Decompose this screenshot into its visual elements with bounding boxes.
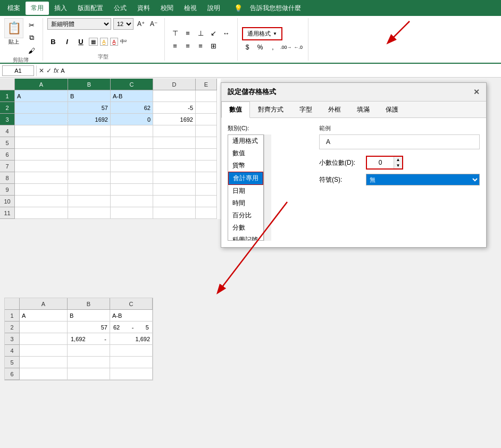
category-number[interactable]: 數值 [228,147,263,159]
italic-button[interactable]: I [61,36,73,47]
bottom-cell-b3[interactable]: 1,692- [68,333,110,345]
tab-fill[interactable]: 填滿 [349,102,378,118]
category-list[interactable]: 通用格式 數值 貨幣 會計專用 日期 時間 百分比 分數 科學記號 文字 特殊 … [228,134,264,241]
cell-b2[interactable]: 57 [68,102,111,114]
category-scrollbar[interactable] [264,134,271,241]
category-accounting[interactable]: 會計專用 [228,172,263,185]
align-bottom-button[interactable]: ⊥ [195,27,206,39]
number-format-box[interactable]: 通用格式 ▼ [242,27,282,40]
align-middle-button[interactable]: ≡ [182,27,194,39]
bottom-cell-a3[interactable] [20,333,68,345]
comma-button[interactable]: , [268,43,278,52]
merge-button[interactable]: ⊞ [207,40,219,52]
formula-input[interactable] [61,65,499,76]
spin-down-button[interactable]: ▼ [394,163,402,168]
cell-a3[interactable] [15,114,68,125]
paste-button[interactable]: 📋 [4,18,23,38]
cut-button[interactable]: ✂ [26,19,37,31]
menu-review[interactable]: 校閱 [155,2,179,15]
cell-e3[interactable] [196,114,217,125]
underline-button[interactable]: U [75,36,87,47]
category-time[interactable]: 時間 [228,197,263,209]
bottom-cell-c2[interactable]: 62-5 [110,322,153,333]
tab-protection[interactable]: 保護 [378,102,406,118]
align-top-button[interactable]: ⊤ [169,27,181,39]
tab-border[interactable]: 外框 [320,102,349,118]
cell-b3[interactable]: 1692 [68,114,111,125]
menu-layout[interactable]: 版面配置 [72,2,108,15]
col-header-c[interactable]: C [111,79,153,90]
tab-font[interactable]: 字型 [291,102,320,118]
dollar-button[interactable]: $ [242,43,253,52]
cell-d2[interactable]: -5 [153,102,196,114]
bottom-cell-a1[interactable]: A [20,310,68,322]
font-size-select[interactable]: 12 [113,18,133,30]
confirm-formula-icon[interactable]: ✓ [46,67,52,74]
indent-button[interactable]: ↔ [220,27,232,39]
cell-d1[interactable] [153,90,196,102]
bottom-col-header-b[interactable]: B [68,298,110,310]
bottom-col-header-c[interactable]: C [110,298,153,310]
decimal-input[interactable] [367,157,394,168]
align-center-button[interactable]: ≡ [182,40,194,52]
dialog-close-button[interactable]: ✕ [473,88,480,96]
tab-alignment[interactable]: 對齊方式 [250,102,291,118]
bottom-cell-c1[interactable]: A-B [110,310,153,322]
number-format-dropdown-icon[interactable]: ▼ [273,31,277,36]
symbol-select[interactable]: 無 [366,174,480,185]
col-header-d[interactable]: D [153,79,196,90]
font-section-label: 字型 [47,52,159,61]
text-direction-button[interactable]: ↙ [207,27,219,39]
menu-formula[interactable]: 公式 [108,2,132,15]
col-header-a[interactable]: A [15,79,68,90]
cell-reference-input[interactable] [2,65,34,76]
menu-file[interactable]: 檔案 [2,2,26,15]
menu-help[interactable]: 說明 [202,2,226,15]
cell-c3[interactable]: 0 [111,114,153,125]
font-name-select[interactable]: 新細明體 [47,18,111,30]
bottom-cell-c3[interactable]: 1,692 [110,333,153,345]
decimal-decrease-button[interactable]: ←.0 [294,45,303,50]
menu-tell[interactable]: 告訴我您想做什麼 [245,2,306,15]
align-right-button[interactable]: ≡ [195,40,206,52]
tab-number[interactable]: 數值 [221,102,250,118]
cancel-formula-icon[interactable]: ✕ [39,67,44,74]
spin-up-button[interactable]: ▲ [394,157,402,163]
cell-c1[interactable]: A-B [111,90,153,102]
percent-button[interactable]: % [255,43,265,52]
border-button[interactable]: ▦ [89,38,98,46]
bottom-cell-b1[interactable]: B [68,310,110,322]
bottom-cell-a2[interactable] [20,322,68,333]
category-fraction[interactable]: 分數 [228,222,263,234]
bottom-col-header-a[interactable]: A [20,298,68,310]
font-shrink-button[interactable]: A⁻ [148,19,159,29]
cell-d3[interactable]: 1692 [153,114,196,125]
cell-c2[interactable]: 62 [111,102,153,114]
font-underline-style[interactable]: 中² [120,38,127,45]
font-grow-button[interactable]: A⁺ [136,19,146,29]
category-currency[interactable]: 貨幣 [228,159,263,172]
category-date[interactable]: 日期 [228,185,263,197]
category-general[interactable]: 通用格式 [228,135,263,147]
align-left-button[interactable]: ≡ [169,40,181,52]
decimal-increase-button[interactable]: .00→ [280,45,292,50]
menu-insert[interactable]: 插入 [49,2,72,15]
col-header-e[interactable]: E [196,79,217,90]
font-color-button[interactable]: A̲ [110,38,118,46]
bold-button[interactable]: B [47,36,59,47]
category-percentage[interactable]: 百分比 [228,209,263,222]
cell-a2[interactable] [15,102,68,114]
category-scientific[interactable]: 科學記號 [228,234,263,241]
cell-a1[interactable]: A [15,90,68,102]
format-copy-button[interactable]: 🖌 [26,45,37,56]
bottom-cell-b2[interactable]: 57 [68,322,110,333]
menu-data[interactable]: 資料 [132,2,155,15]
cell-b1[interactable]: B [68,90,111,102]
cell-e2[interactable] [196,102,217,114]
col-header-b[interactable]: B [68,79,111,90]
menu-view[interactable]: 檢視 [179,2,202,15]
fill-button[interactable]: A̲ [100,38,108,46]
cell-e1[interactable] [196,90,217,102]
menu-home[interactable]: 常用 [26,2,49,15]
copy-button[interactable]: ⧉ [26,32,37,44]
